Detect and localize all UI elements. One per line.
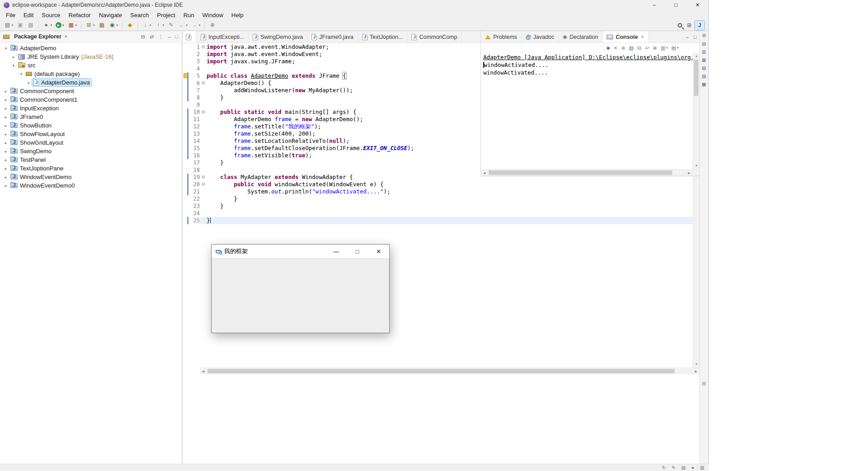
tree-item-showbutton[interactable]: ▸JShowButton [0,121,182,130]
show-view-bottom-button[interactable]: ⊟ [700,379,708,387]
code-line[interactable]: 23 } [183,203,699,210]
code-line[interactable]: 20⊖ public void windowActivated(WindowEv… [183,181,699,188]
expander-closed-icon[interactable]: ▸ [3,158,9,162]
tab-problems[interactable]: Problems [481,31,522,42]
expander-closed-icon[interactable]: ▸ [3,141,9,145]
scrollbar-thumb[interactable] [489,170,672,175]
expander-closed-icon[interactable]: ▸ [3,166,9,171]
search-button[interactable] [676,21,684,30]
scrollbar-track[interactable] [207,368,693,374]
new-java-project-button[interactable]: ⊞▾ [84,21,96,30]
debug-button[interactable]: ●▾ [42,21,54,30]
link-with-editor-button[interactable]: ⇄ [150,33,154,40]
minimize-view-button[interactable]: – [168,33,170,40]
expander-closed-icon[interactable]: ▸ [3,98,9,102]
expander-closed-icon[interactable]: ▸ [3,123,9,128]
scrollbar-down-arrow[interactable]: ▼ [693,361,700,367]
menu-run[interactable]: Run [179,11,198,19]
restore-views-button[interactable]: ⊞ [700,31,708,39]
expander-closed-icon[interactable]: ▸ [3,175,9,179]
console-horizontal-scrollbar[interactable]: ◀ ▶ [481,169,693,176]
previous-annotation-button[interactable]: ↑▾ [154,21,166,30]
scrollbar-thumb[interactable] [208,369,675,373]
tasks-icon[interactable]: ▤ [681,465,685,471]
tree-item-default-package[interactable]: ▾(default package) [0,70,182,78]
editor-tab-swingdemo[interactable]: JSwingDemo.java [249,31,307,42]
menu-file[interactable]: File [2,11,19,19]
app-maximize-button[interactable]: □ [347,245,368,258]
menu-project[interactable]: Project [153,11,179,19]
tree-item-swingdemo[interactable]: ▸JSwingDemo [0,147,182,155]
save-button[interactable]: ▣ [16,21,25,30]
open-perspective-button[interactable]: ⊞ [684,21,694,30]
last-edit-location-button[interactable]: ✎ [166,21,176,30]
new-class-button[interactable]: ◉▾ [108,21,120,30]
tree-item-showflowlayout[interactable]: ▸JShowFlowLayout [0,130,182,138]
coverage-button[interactable]: ▦▾ [66,21,79,30]
editor-tab-commoncomp[interactable]: JCommonComp [407,31,462,42]
minimize-view-button[interactable]: – [686,34,689,40]
expander-closed-icon[interactable]: ▸ [3,115,9,119]
scrollbar-track[interactable] [488,170,686,176]
code-line[interactable]: 22 } [183,195,699,203]
tree-item-testpanel[interactable]: ▸JTestPanel [0,155,182,164]
expander-open-icon[interactable]: ▾ [18,72,24,76]
java-perspective-button[interactable]: J [695,21,704,30]
expander-closed-icon[interactable]: ▸ [3,149,9,154]
tree-item-jframe0[interactable]: ▸JJFrame0 [0,113,182,121]
fold-marker-icon[interactable]: ⊖ [200,174,207,181]
tree-item-windoweventdemo0[interactable]: ▸JWindowEventDemo0 [0,181,182,190]
expander-open-icon[interactable]: ▾ [10,63,17,68]
fold-marker-icon[interactable]: ⊖ [200,80,207,87]
statusbar-restore-button[interactable]: ▥ [700,465,704,471]
notifications-icon[interactable]: ● [692,465,694,471]
forward-button[interactable]: →▾ [190,21,202,30]
scrollbar-down-arrow[interactable]: ▼ [693,162,700,169]
minimized-view-button-2[interactable]: ▥ [700,47,708,56]
run-button[interactable]: ▶▾ [54,21,66,30]
next-annotation-button[interactable]: ↓▾ [141,21,153,30]
remove-all-terminated-button[interactable]: ⊗ [621,45,625,51]
new-package-button[interactable]: ▦ [97,21,107,30]
scrollbar-up-arrow[interactable]: ▲ [693,52,700,59]
editor-tab-adapterdemo[interactable]: J [183,31,197,42]
minimized-view-button-4[interactable]: ▧ [700,64,708,72]
close-tab-icon[interactable]: ✕ [641,35,644,39]
terminate-button[interactable]: ■ [607,45,610,51]
new-wizard-button[interactable]: ▤▾ [3,21,15,30]
scroll-lock-button[interactable]: ⊟ [637,45,642,51]
editor-vertical-scrollbar[interactable]: ▼ [693,177,699,367]
background-progress-icon[interactable]: ↻ [662,465,665,471]
editor-tab-textjoption[interactable]: JTextJoption... [358,31,408,42]
scrollbar-left-arrow[interactable]: ◀ [481,170,488,176]
tab-javadoc[interactable]: @Javadoc [522,31,559,42]
expander-closed-icon[interactable]: ▸ [3,184,9,188]
minimized-view-button-6[interactable]: ▩ [700,80,708,88]
close-window-button[interactable]: ✕ [687,0,708,10]
tab-console[interactable]: Console✕ [603,31,649,42]
minimized-view-button-3[interactable]: ▦ [700,56,708,64]
app-close-button[interactable]: ✕ [368,245,389,258]
menu-help[interactable]: Help [227,11,248,19]
tree-item-windoweventdemo[interactable]: ▸JWindowEventDemo [0,173,182,181]
menu-navigate[interactable]: Navigate [95,11,126,19]
menu-search[interactable]: Search [126,11,153,19]
expander-closed-icon[interactable]: ▸ [3,89,9,94]
minimized-view-button-5[interactable]: ▨ [700,72,708,80]
expander-closed-icon[interactable]: ▸ [10,55,17,59]
fold-marker-icon[interactable]: ⊖ [200,43,207,51]
clear-console-button[interactable]: ▨ [629,45,633,51]
tree-item-adapterdemo-java[interactable]: ▸JAdapterDemo.java [0,78,182,87]
expander-closed-icon[interactable]: ▸ [3,106,9,111]
expander-closed-icon[interactable]: ▸ [3,132,9,137]
tree-item-showgridlayout[interactable]: ▸JShowGridLayout [0,138,182,147]
tree-item-commoncomponent[interactable]: ▸JCommonComponent [0,87,182,95]
write-mode-icon[interactable]: ✎ [672,465,675,471]
maximize-window-button[interactable]: □ [665,0,687,10]
fold-marker-icon[interactable]: ⊖ [200,108,207,116]
remove-launch-button[interactable]: ✕ [613,45,618,51]
app-minimize-button[interactable]: — [326,245,347,258]
title-bar[interactable]: eclipse-workspace - AdapterDemo/src/Adap… [0,0,708,10]
close-view-icon[interactable]: ✕ [64,34,68,39]
swing-app-window[interactable]: 我的框架 —□✕ [211,244,390,333]
